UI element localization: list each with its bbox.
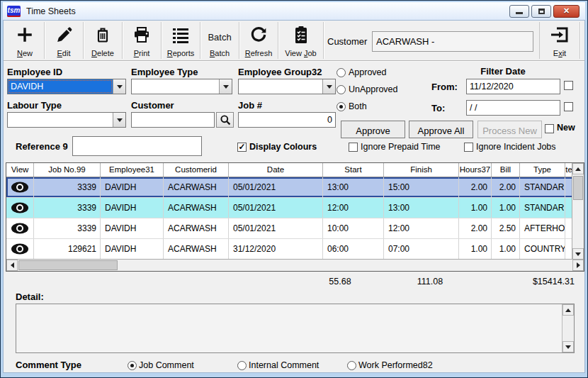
ignore-prepaid-checkbox[interactable] xyxy=(349,143,358,152)
grid-horizontal-scrollbar[interactable] xyxy=(6,259,584,271)
from-date-field[interactable]: 11/12/2020 xyxy=(466,79,560,94)
to-date-checkbox[interactable] xyxy=(564,102,573,111)
customer-search-button[interactable] xyxy=(216,112,234,128)
cell-employee: DAVIDH xyxy=(101,198,164,218)
col-header-type[interactable]: Type xyxy=(520,163,565,177)
ignore-incident-checkbox[interactable] xyxy=(464,143,473,152)
col-header-start[interactable]: Start xyxy=(323,163,384,177)
col-header-view[interactable]: View xyxy=(6,163,34,177)
batch-button[interactable]: Batch Batch xyxy=(200,22,239,59)
reports-button[interactable]: Reports xyxy=(162,22,200,59)
reference-field[interactable] xyxy=(72,136,202,156)
radio-work-performed-label: Work Performed82 xyxy=(358,360,433,370)
cell-hours: 2.00 xyxy=(459,177,492,197)
new-checkbox[interactable] xyxy=(545,124,554,133)
radio-job-comment[interactable] xyxy=(128,361,137,370)
employee-group-select[interactable] xyxy=(238,79,336,94)
col-header-finish[interactable]: Finish xyxy=(384,163,459,177)
cell-start: 06:00 xyxy=(323,239,384,259)
col-header-employee[interactable]: Employee31 xyxy=(101,163,164,177)
view-job-button[interactable]: View Job xyxy=(278,22,324,59)
print-button[interactable]: Print xyxy=(123,22,162,59)
exit-button[interactable]: Exit xyxy=(539,22,580,59)
cell-customerid: ACARWASH xyxy=(164,198,229,218)
display-colours-checkbox[interactable]: ✓ xyxy=(237,143,247,152)
printer-icon xyxy=(132,24,151,45)
table-row[interactable]: 3339 DAVIDH ACARWASH 05/01/2021 12:00 13… xyxy=(6,198,584,218)
refresh-button[interactable]: Refresh xyxy=(239,22,278,59)
radio-both-label: Both xyxy=(349,101,367,111)
cell-type: STANDARD) xyxy=(520,177,565,197)
maximize-button[interactable] xyxy=(531,5,551,18)
cell-date: 05/01/2021 xyxy=(229,177,323,197)
cell-date: 05/01/2021 xyxy=(229,198,323,218)
cell-customerid: ACARWASH xyxy=(164,177,229,197)
table-row[interactable]: 129621 DAVIDH ACARWASH 31/12/2020 06:00 … xyxy=(6,239,584,260)
from-label: From: xyxy=(431,82,458,92)
job-number-field[interactable]: 0 xyxy=(238,112,336,128)
table-row[interactable]: 3339 DAVIDH ACARWASH 05/01/2021 13:00 15… xyxy=(6,177,584,198)
amount-total: $15414.31 xyxy=(499,277,575,287)
reference-label: Reference 9 xyxy=(16,141,68,152)
customer-toolbar-field[interactable]: ACARWASH - xyxy=(372,31,533,52)
display-colours-label: Display Colours xyxy=(249,142,317,152)
detail-vertical-scrollbar[interactable] xyxy=(562,304,574,352)
scroll-left-button[interactable] xyxy=(6,260,18,271)
from-date-checkbox[interactable] xyxy=(564,81,573,90)
delete-button[interactable]: Delete xyxy=(84,22,123,59)
detail-textarea[interactable] xyxy=(16,304,575,353)
filter-date-label: Filter Date xyxy=(457,66,549,77)
process-new-button[interactable]: Process New xyxy=(477,121,542,138)
chevron-down-icon[interactable] xyxy=(219,79,232,94)
table-row[interactable]: 3339 DAVIDH ACARWASH 05/01/2021 10:00 12… xyxy=(6,218,584,239)
col-header-hours[interactable]: Hours37 xyxy=(459,163,492,177)
cell-bill: 2.50 xyxy=(492,218,520,238)
approve-all-button[interactable]: Approve All xyxy=(409,121,473,138)
employee-id-select[interactable]: DAVIDH xyxy=(7,79,126,94)
radio-unapproved[interactable] xyxy=(337,85,346,94)
chevron-down-icon[interactable] xyxy=(113,79,125,94)
customer-filter-field[interactable] xyxy=(131,112,215,128)
col-header-job-no[interactable]: Job No.99 xyxy=(34,163,101,177)
scroll-up-button[interactable] xyxy=(572,163,584,174)
scroll-up-icon xyxy=(565,308,571,312)
employee-type-select[interactable] xyxy=(131,79,232,94)
labour-type-label: Labour Type xyxy=(7,100,62,111)
detail-label: Detail: xyxy=(16,291,44,302)
col-header-customerid[interactable]: Customerid xyxy=(164,163,229,177)
window-title: Time Sheets xyxy=(26,6,76,16)
scroll-down-button[interactable] xyxy=(562,341,574,352)
chevron-down-icon[interactable] xyxy=(113,113,125,127)
radio-work-performed[interactable] xyxy=(347,361,356,370)
vertical-scroll-thumb[interactable] xyxy=(573,176,583,200)
radio-job-comment-label: Job Comment xyxy=(139,360,194,370)
window: tsm Time Sheets ✕ New Edit xyxy=(0,0,588,378)
radio-both[interactable] xyxy=(337,102,346,111)
window-content: New Edit Delete Print xyxy=(3,20,585,373)
radio-internal-comment-label: Internal Comment xyxy=(249,360,319,370)
horizontal-scroll-thumb[interactable] xyxy=(18,260,118,270)
minimize-button[interactable] xyxy=(509,5,529,18)
search-icon xyxy=(220,114,231,126)
radio-approved[interactable] xyxy=(337,68,346,77)
grid-vertical-scrollbar[interactable] xyxy=(572,163,584,260)
hours-total: 55.68 xyxy=(308,277,372,287)
radio-internal-comment[interactable] xyxy=(237,361,247,370)
to-date-field[interactable]: / / xyxy=(466,100,560,116)
job-number-label: Job # xyxy=(238,100,262,111)
eye-icon xyxy=(11,243,29,255)
cell-type: AFTERHOU) xyxy=(520,218,565,238)
scroll-down-button[interactable] xyxy=(572,248,584,260)
cell-job-no: 3339 xyxy=(34,198,101,218)
scroll-right-button[interactable] xyxy=(572,260,584,271)
labour-type-select[interactable] xyxy=(7,112,126,128)
approve-button[interactable]: Approve xyxy=(341,121,405,138)
new-button[interactable]: New xyxy=(6,22,45,59)
close-button[interactable]: ✕ xyxy=(553,5,579,18)
edit-button[interactable]: Edit xyxy=(45,22,84,59)
chevron-down-icon[interactable] xyxy=(322,79,335,94)
col-header-bill[interactable]: Bill xyxy=(492,163,520,177)
scroll-up-button[interactable] xyxy=(562,304,574,316)
col-header-date[interactable]: Date xyxy=(229,163,323,177)
cell-job-no: 129621 xyxy=(34,239,101,259)
